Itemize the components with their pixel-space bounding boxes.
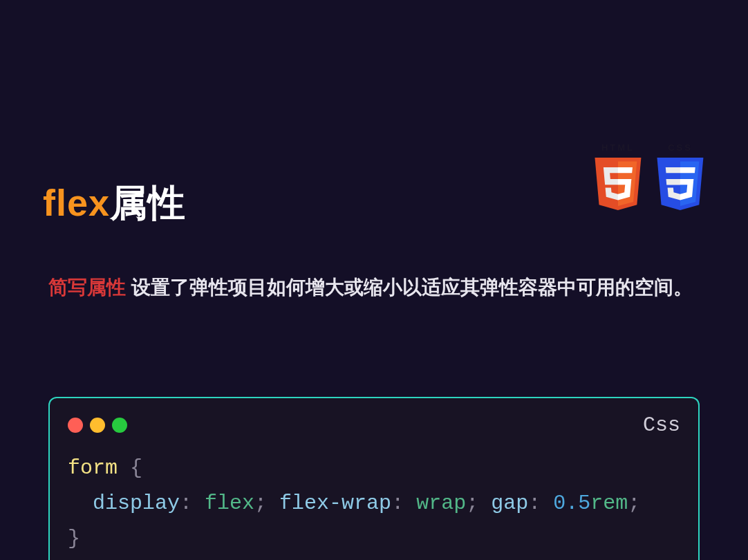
code-content: form { display: flex; flex-wrap: wrap; g… [68, 451, 680, 560]
tech-logos: HTML CSS [592, 142, 707, 216]
minimize-icon [90, 418, 105, 433]
title-rest: 属性 [110, 182, 186, 223]
html5-logo: HTML [592, 142, 644, 216]
description-text: 设置了弹性项目如何增大或缩小以适应其弹性容器中可用的空间。 [126, 277, 693, 298]
css3-label: CSS [654, 142, 707, 153]
description: 简写属性 设置了弹性项目如何增大或缩小以适应其弹性容器中可用的空间。 [48, 270, 700, 306]
description-keyword: 简写属性 [48, 277, 126, 298]
code-block: Css form { display: flex; flex-wrap: wra… [48, 397, 700, 560]
window-controls [68, 418, 127, 433]
html5-label: HTML [592, 142, 644, 153]
css3-logo: CSS [654, 142, 707, 216]
maximize-icon [112, 418, 127, 433]
code-block-header: Css [68, 413, 680, 437]
page-title: flex属性 [43, 178, 186, 229]
code-language-label: Css [643, 413, 680, 437]
css3-shield-icon [654, 154, 707, 214]
title-highlight: flex [43, 182, 110, 223]
close-icon [68, 418, 83, 433]
html5-shield-icon [592, 154, 644, 214]
